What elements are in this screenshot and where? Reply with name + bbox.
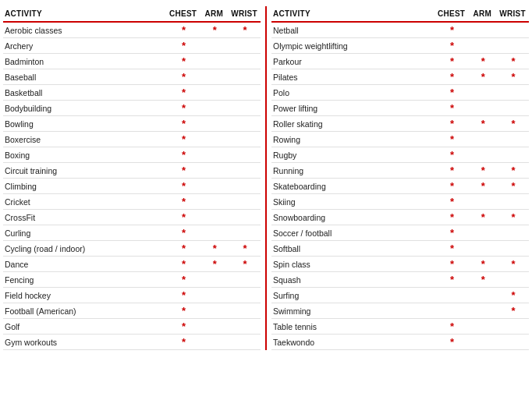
chest-cell: *: [168, 272, 200, 288]
arm-cell: *: [468, 54, 498, 69]
table-row: Bodybuilding*: [3, 101, 261, 116]
activity-cell: Circuit training: [3, 163, 168, 179]
table-row: Skateboarding***: [271, 179, 529, 194]
wrist-cell: [229, 38, 261, 54]
wrist-cell: *: [498, 210, 529, 225]
arm-cell: [468, 225, 498, 241]
left-header-activity: ACTIVITY: [3, 6, 168, 22]
chest-cell: *: [168, 210, 200, 225]
chest-cell: *: [436, 22, 468, 38]
chest-cell: *: [168, 225, 200, 241]
arm-cell: [200, 319, 229, 335]
arm-cell: *: [468, 272, 498, 288]
activity-cell: Table tennis: [271, 319, 436, 335]
table-row: Soccer / football*: [271, 225, 529, 241]
arm-cell: [468, 132, 498, 147]
table-row: Basketball*: [3, 85, 261, 101]
activity-cell: Skiing: [271, 194, 436, 210]
wrist-cell: *: [498, 257, 529, 272]
wrist-cell: [498, 22, 529, 38]
activity-cell: Skateboarding: [271, 179, 436, 194]
arm-cell: [200, 179, 229, 194]
activity-cell: Curling: [3, 225, 168, 241]
chest-cell: *: [436, 163, 468, 179]
arm-cell: [468, 147, 498, 163]
table-row: Circuit training*: [3, 163, 261, 179]
right-activity-table: ACTIVITY CHEST ARM WRIST Netball*Olympic…: [271, 6, 529, 350]
arm-cell: *: [200, 22, 229, 38]
chest-cell: *: [436, 335, 468, 350]
left-table-section: ACTIVITY CHEST ARM WRIST Aerobic classes…: [3, 6, 261, 350]
chest-cell: *: [436, 38, 468, 54]
wrist-cell: *: [229, 241, 261, 257]
wrist-cell: *: [498, 288, 529, 303]
table-row: Field hockey*: [3, 288, 261, 303]
arm-cell: [200, 38, 229, 54]
chest-cell: *: [436, 319, 468, 335]
activity-cell: Running: [271, 163, 436, 179]
table-row: Gym workouts*: [3, 335, 261, 350]
arm-cell: *: [200, 241, 229, 257]
table-row: Baseball*: [3, 69, 261, 85]
wrist-cell: [229, 116, 261, 132]
chest-cell: *: [436, 272, 468, 288]
table-row: Pilates***: [271, 69, 529, 85]
activity-cell: Pilates: [271, 69, 436, 85]
arm-cell: [200, 163, 229, 179]
arm-cell: [468, 194, 498, 210]
wrist-cell: [229, 319, 261, 335]
chest-cell: *: [168, 163, 200, 179]
table-row: Snowboarding***: [271, 210, 529, 225]
table-row: Swimming*: [271, 303, 529, 319]
left-activity-table: ACTIVITY CHEST ARM WRIST Aerobic classes…: [3, 6, 261, 350]
chest-cell: [436, 288, 468, 303]
activity-cell: Olympic weightlifting: [271, 38, 436, 54]
chest-cell: *: [436, 210, 468, 225]
wrist-cell: *: [229, 22, 261, 38]
arm-cell: *: [200, 257, 229, 272]
arm-cell: [468, 335, 498, 350]
arm-cell: [200, 69, 229, 85]
wrist-cell: [229, 210, 261, 225]
arm-cell: [200, 101, 229, 116]
chest-cell: *: [168, 101, 200, 116]
table-row: Curling*: [3, 225, 261, 241]
table-row: Boxing*: [3, 147, 261, 163]
activity-cell: Squash: [271, 272, 436, 288]
arm-cell: [200, 272, 229, 288]
wrist-cell: [229, 272, 261, 288]
wrist-cell: [229, 69, 261, 85]
activity-cell: Power lifting: [271, 101, 436, 116]
chest-cell: *: [436, 241, 468, 257]
right-header-chest: CHEST: [436, 6, 468, 22]
arm-cell: [200, 147, 229, 163]
wrist-cell: [229, 335, 261, 350]
activity-cell: Rowing: [271, 132, 436, 147]
wrist-cell: *: [498, 116, 529, 132]
activity-cell: Boxercise: [3, 132, 168, 147]
left-header-wrist: WRIST: [229, 6, 261, 22]
arm-cell: [200, 288, 229, 303]
activity-cell: Boxing: [3, 147, 168, 163]
table-row: Netball*: [271, 22, 529, 38]
wrist-cell: [229, 179, 261, 194]
activity-cell: Archery: [3, 38, 168, 54]
activity-cell: Netball: [271, 22, 436, 38]
arm-cell: [200, 85, 229, 101]
wrist-cell: [498, 319, 529, 335]
arm-cell: *: [468, 163, 498, 179]
chest-cell: *: [168, 241, 200, 257]
table-row: Archery*: [3, 38, 261, 54]
table-row: Skiing*: [271, 194, 529, 210]
activity-cell: Badminton: [3, 54, 168, 69]
table-row: Climbing*: [3, 179, 261, 194]
arm-cell: [468, 38, 498, 54]
activity-cell: Soccer / football: [271, 225, 436, 241]
wrist-cell: [498, 241, 529, 257]
wrist-cell: [498, 101, 529, 116]
arm-cell: [468, 241, 498, 257]
chest-cell: *: [168, 38, 200, 54]
activity-cell: Golf: [3, 319, 168, 335]
table-row: Spin class***: [271, 257, 529, 272]
arm-cell: [468, 85, 498, 101]
